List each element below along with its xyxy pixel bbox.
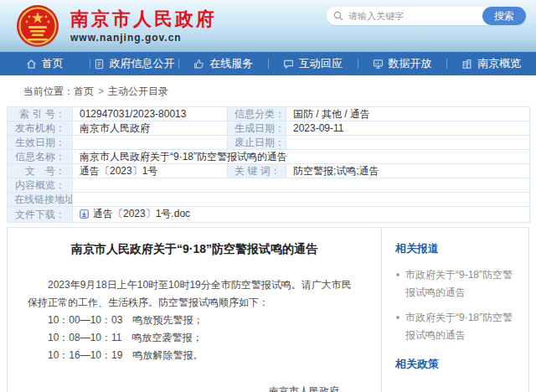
document-meta-table: 索 引 号： 012947031/2023-80013 信息分类： 国防 / 其…	[7, 106, 530, 223]
nav-label: 首页	[42, 56, 64, 71]
related-report-item[interactable]: 市政府关于“9-18”防空警报试鸣的通告	[395, 266, 518, 302]
nav-item-home[interactable]: 首页	[0, 52, 90, 75]
search-bar: 搜索	[327, 7, 526, 25]
meta-value-docnum: 通告〔2023〕1号	[73, 164, 228, 178]
building-icon	[461, 59, 472, 70]
nav-item-online-services[interactable]: 在线服务	[178, 52, 268, 75]
breadcrumb-separator: >	[98, 85, 104, 97]
nav-item-overview[interactable]: 南京概览	[446, 52, 536, 75]
table-row: 发布机构： 南京市人民政府 生成日期： 2023-09-11	[8, 121, 530, 136]
meta-value-summary	[73, 178, 530, 193]
thumbs-up-icon	[193, 59, 204, 70]
table-row: 信息名称： 南京市人民政府关于“9·18”防空警报试鸣的通告	[8, 150, 530, 164]
meta-value-repeal	[286, 136, 530, 150]
article-line-2: 10：08—10：11 鸣放空袭警报；	[28, 329, 361, 347]
nav-label: 互动回应	[299, 56, 343, 71]
article-paragraph: 2023年9月18日上午10时至10时19分全市防空警报试鸣。请广大市民保持正常…	[28, 276, 361, 312]
article-line-1: 10：00—10：03 鸣放预先警报；	[28, 312, 361, 329]
nav-label: 数据开放	[389, 56, 432, 71]
meta-value-effective	[73, 136, 228, 150]
file-download-name: 通告〔2023〕1号.doc	[93, 208, 190, 219]
meta-label-download: 文件下载：	[8, 207, 73, 223]
site-url: www.nanjing.gov.cn	[70, 32, 217, 44]
search-button[interactable]: 搜索	[482, 7, 526, 25]
meta-value-created: 2023-09-11	[286, 121, 530, 136]
breadcrumb-prefix: 当前位置：	[23, 85, 74, 97]
meta-value-link	[73, 193, 530, 207]
related-report-item[interactable]: 市政府关于“9·18”防空警报试鸣的通告	[395, 309, 518, 345]
site-header: 南京市人民政府 www.nanjing.gov.cn 搜索	[0, 0, 536, 52]
meta-value-name: 南京市人民政府关于“9·18”防空警报试鸣的通告	[73, 150, 530, 164]
meta-label-docnum: 文 号：	[8, 164, 73, 178]
content-box: 南京市人民政府关于“9·18”防空警报试鸣的通告 2023年9月18日上午10时…	[7, 227, 529, 392]
site-logo[interactable]: 南京市人民政府 www.nanjing.gov.cn	[15, 3, 217, 49]
home-icon	[26, 59, 37, 70]
monitor-icon	[373, 59, 384, 70]
download-icon	[80, 209, 89, 219]
related-policies-title: 相关政策	[395, 357, 518, 372]
meta-label-name: 信息名称：	[8, 150, 73, 164]
table-row: 生效日期： 废止日期：	[8, 136, 530, 150]
sidebar: 相关报道 市政府关于“9-18”防空警报试鸣的通告 市政府关于“9·18”防空警…	[381, 228, 528, 392]
article-line-3: 10：16—10：19 鸣放解除警报。	[28, 347, 361, 364]
article: 南京市人民政府关于“9·18”防空警报试鸣的通告 2023年9月18日上午10时…	[8, 228, 381, 392]
meta-label-summary: 内容概览：	[8, 178, 73, 193]
meta-label-effective: 生效日期：	[8, 136, 73, 150]
document-icon	[94, 59, 105, 70]
table-row: 文件下载： 通告〔2023〕1号.doc	[8, 207, 530, 223]
meta-label-created: 生成日期：	[228, 121, 286, 136]
meta-value-index: 012947031/2023-80013	[73, 107, 228, 121]
breadcrumb: 当前位置：首页>主动公开目录	[0, 75, 536, 105]
national-emblem-icon	[15, 3, 60, 49]
signature-org: 南京市人民政府	[28, 383, 339, 392]
breadcrumb-home-link[interactable]: 首页	[74, 85, 94, 97]
chat-icon	[283, 59, 294, 70]
meta-value-keywords: 防空警报;试鸣;通告	[286, 164, 530, 178]
related-reports-list: 市政府关于“9-18”防空警报试鸣的通告 市政府关于“9·18”防空警报试鸣的通…	[395, 266, 518, 345]
meta-label-issuer: 发布机构：	[8, 121, 73, 136]
breadcrumb-current-link[interactable]: 主动公开目录	[108, 85, 168, 97]
table-row: 在线链接地址：	[8, 193, 530, 207]
meta-value-issuer: 南京市人民政府	[73, 121, 228, 136]
file-download-link[interactable]: 通告〔2023〕1号.doc	[80, 208, 190, 219]
meta-value-category: 国防 / 其他 / 通告	[286, 107, 530, 121]
nav-item-gov-info[interactable]: 政府信息公开	[90, 52, 179, 75]
main-nav: 首页 政府信息公开 在线服务 互动回应 数据开放	[0, 52, 536, 75]
signature: 南京市人民政府 2023年9月11日	[28, 383, 361, 392]
brand-text: 南京市人民政府 www.nanjing.gov.cn	[70, 8, 217, 44]
meta-label-link: 在线链接地址：	[8, 193, 73, 207]
nav-label: 政府信息公开	[110, 56, 175, 71]
meta-label-repeal: 废止日期：	[228, 136, 286, 150]
meta-label-keywords: 关 键 词：	[228, 164, 286, 178]
nav-item-open-data[interactable]: 数据开放	[358, 52, 447, 75]
meta-label-category: 信息分类：	[228, 107, 286, 121]
related-reports-title: 相关报道	[395, 241, 518, 256]
meta-label-index: 索 引 号：	[8, 107, 73, 121]
nav-label: 在线服务	[209, 56, 253, 71]
search-icon	[333, 11, 343, 21]
site-title: 南京市人民政府	[70, 8, 217, 30]
article-title: 南京市人民政府关于“9·18”防空警报试鸣的通告	[28, 241, 361, 256]
nav-item-interaction[interactable]: 互动回应	[268, 52, 358, 75]
nav-label: 南京概览	[477, 56, 521, 71]
search-input[interactable]	[343, 11, 482, 21]
table-row: 内容概览：	[8, 178, 530, 193]
table-row: 文 号： 通告〔2023〕1号 关 键 词： 防空警报;试鸣;通告	[8, 164, 530, 178]
table-row: 索 引 号： 012947031/2023-80013 信息分类： 国防 / 其…	[8, 107, 530, 121]
page: 南京市人民政府 www.nanjing.gov.cn 搜索 首页 政府信息公开	[0, 0, 536, 392]
meta-cell-download: 通告〔2023〕1号.doc	[73, 207, 530, 223]
